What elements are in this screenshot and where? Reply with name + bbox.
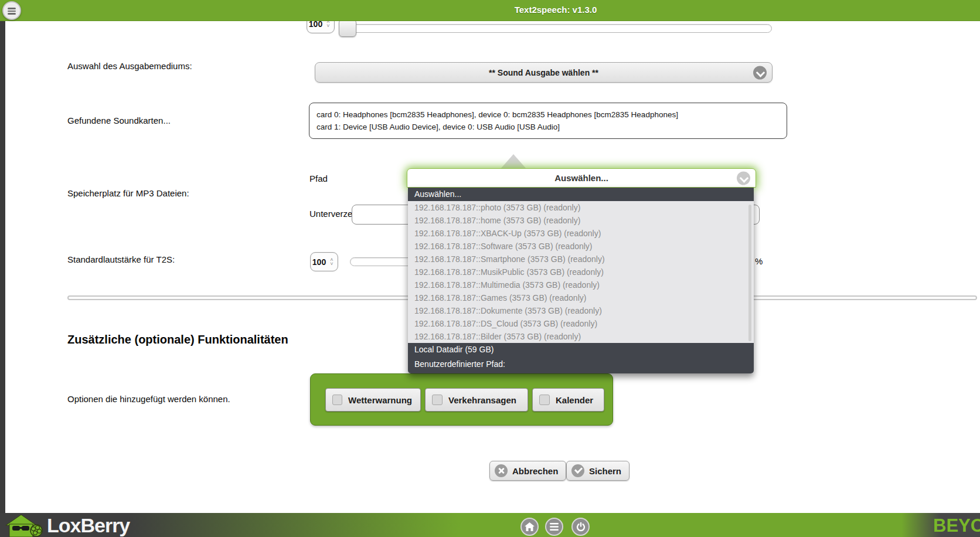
dropdown-option[interactable]: Benutzerdefinierter Pfad: (408, 356, 754, 373)
extras-checkbox-group: Wetterwarnung Verkehransagen Kalender (310, 373, 613, 426)
dropdown-option: 192.168.178.187::home (3573 GB) (readonl… (408, 214, 754, 227)
left-edge-strip (0, 21, 5, 513)
extras-options-label: Optionen die hinzugefügt werden können. (67, 394, 230, 404)
path-label: Pfad (309, 174, 328, 183)
extras-heading: Zusätzliche (optionale) Funktionalitäten (67, 333, 288, 346)
text2speech-settings-page: Lautstärke anheben (%) 100 ˄˅ Text2speec… (0, 0, 980, 537)
dropdown-option: 192.168.178.187::DS_Cloud (3573 GB) (rea… (408, 317, 754, 330)
clipped-row-slider-track[interactable] (343, 24, 772, 33)
checkbox-verkehransagen[interactable]: Verkehransagen (425, 388, 528, 412)
dropdown-option: 192.168.178.187::Dokumente (3573 GB) (re… (408, 304, 754, 317)
clipped-row-slider-handle[interactable] (339, 19, 356, 37)
popup-carat-icon (501, 154, 526, 169)
checkbox-wetterwarnung[interactable]: Wetterwarnung (325, 388, 421, 412)
checkbox-label: Verkehransagen (448, 395, 525, 405)
volume-label: Standardlautstärke für T2S: (67, 254, 175, 264)
popup-scrollbar[interactable] (748, 205, 751, 341)
dropdown-option: 192.168.178.187::Smartphone (3573 GB) (r… (408, 253, 754, 266)
dropdown-option: 192.168.178.187::Software (3573 GB) (rea… (408, 240, 754, 253)
save-button-label: Sichern (589, 466, 621, 476)
page-title: Text2speech: v1.3.0 (515, 5, 597, 15)
dropdown-option: 192.168.178.187::Bilder (3573 GB) (reado… (408, 330, 754, 343)
checkbox-label: Kalender (556, 395, 601, 405)
dropdown-option: 192.168.178.187::MusikPublic (3573 GB) (… (408, 266, 754, 278)
loxberry-brand-text: LoxBerry (47, 514, 130, 537)
spinner-arrows-icon[interactable]: ˄˅ (328, 258, 338, 266)
sound-output-select-value: ** Sound Ausgabe wählen ** (489, 68, 598, 77)
volume-spinner[interactable]: 100 ˄˅ (310, 252, 338, 271)
checkbox-icon[interactable] (332, 395, 342, 405)
checkbox-kalender[interactable]: Kalender (532, 388, 604, 412)
power-icon[interactable] (571, 518, 590, 536)
dropdown-option: 192.168.178.187::Games (3573 GB) (readon… (408, 291, 754, 304)
volume-value: 100 (311, 257, 328, 267)
menu-hamburger-icon[interactable] (2, 1, 21, 20)
volume-unit: % (755, 256, 763, 266)
cancel-button-label: Abbrechen (512, 466, 558, 476)
cancel-button[interactable]: Abbrechen (489, 461, 566, 481)
path-select-value: Auswählen... (554, 173, 608, 183)
chevron-down-icon[interactable] (753, 66, 767, 79)
menu-icon[interactable] (545, 518, 563, 536)
dropdown-option[interactable]: Local Datadir (59 GB) (408, 343, 754, 356)
loxberry-logo-icon (4, 513, 43, 537)
soundcards-box: card 0: Headphones [bcm2835 Headphones],… (309, 103, 787, 139)
dropdown-option: 192.168.178.187::photo (3573 GB) (readon… (408, 201, 754, 214)
sound-output-select[interactable]: ** Sound Ausgabe wählen ** (315, 62, 773, 83)
path-options-list: Auswählen... 192.168.178.187::photo (357… (408, 188, 754, 373)
storage-label: Speicherplatz für MP3 Dateien: (67, 188, 189, 198)
soundcard-line: card 0: Headphones [bcm2835 Headphones],… (317, 108, 780, 121)
save-button[interactable]: Sichern (566, 461, 629, 481)
checkbox-icon[interactable] (432, 395, 443, 405)
dropdown-option[interactable]: Auswählen... (408, 188, 754, 201)
dropdown-option: 192.168.178.187::Multimedia (3573 GB) (r… (408, 278, 754, 291)
checkbox-icon[interactable] (539, 395, 550, 405)
checkbox-label: Wetterwarnung (348, 395, 420, 405)
beyo-partner-text: BEYO (933, 515, 980, 536)
cancel-x-icon (495, 464, 508, 477)
path-select[interactable]: Auswählen... (407, 168, 756, 188)
footer-bar (0, 513, 980, 537)
soundcards-label: Gefundene Soundkarten... (67, 115, 171, 125)
save-check-icon (571, 464, 584, 477)
soundcard-line: card 1: Device [USB Audio Device], devic… (317, 121, 780, 133)
chevron-down-icon[interactable] (737, 171, 750, 185)
home-icon[interactable] (520, 518, 539, 536)
dropdown-option: 192.168.178.187::XBACK-Up (3573 GB) (rea… (408, 227, 754, 240)
output-medium-label: Auswahl des Ausgabemediums: (67, 61, 192, 71)
header-bar: Text2speech: v1.3.0 (0, 0, 980, 21)
